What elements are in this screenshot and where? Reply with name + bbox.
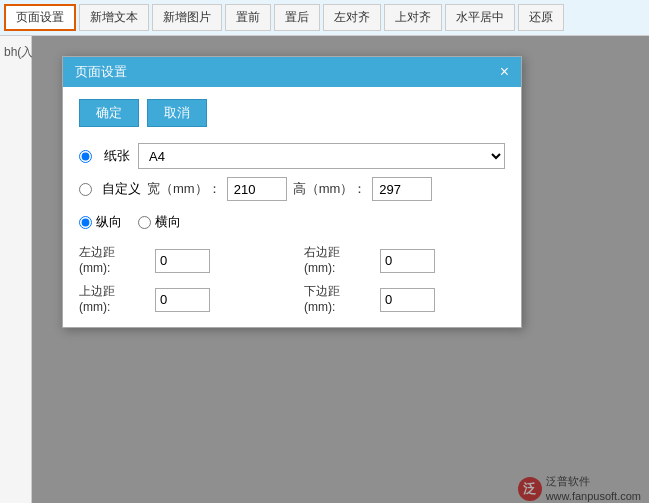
- dialog-title-bar: 页面设置 ×: [63, 57, 521, 87]
- content-area: 页面设置 × 确定 取消 纸张 A4: [32, 36, 649, 503]
- custom-size-row: 自定义 宽（mm）： 210 高（mm）： 297: [79, 177, 505, 201]
- portrait-label[interactable]: 纵向: [79, 213, 122, 231]
- toolbar-btn-3[interactable]: 置前: [225, 4, 271, 31]
- top-margin-item: 上边距(mm):: [79, 284, 280, 315]
- toolbar-btn-8[interactable]: 还原: [518, 4, 564, 31]
- portrait-radio[interactable]: [79, 216, 92, 229]
- paper-dropdown-wrapper: A4 A3 B5 Letter: [138, 143, 505, 169]
- main-area: bh(入 页面设置 × 确定 取消 纸张: [0, 36, 649, 503]
- bottom-margin-label: 下边距(mm):: [304, 284, 374, 315]
- left-margin-input[interactable]: [155, 249, 210, 273]
- left-margin-item: 左边距(mm):: [79, 245, 280, 276]
- dialog-body: 确定 取消 纸张 A4 A3 B5 Letter: [63, 87, 521, 327]
- top-margin-input[interactable]: [155, 288, 210, 312]
- paper-select[interactable]: A4 A3 B5 Letter: [138, 143, 505, 169]
- paper-radio[interactable]: [79, 150, 92, 163]
- page-settings-dialog: 页面设置 × 确定 取消 纸张 A4: [62, 56, 522, 328]
- toolbar-btn-0[interactable]: 页面设置: [4, 4, 76, 31]
- orientation-row: 纵向 横向: [79, 213, 505, 231]
- left-panel: bh(入: [0, 36, 32, 503]
- toolbar-btn-1[interactable]: 新增文本: [79, 4, 149, 31]
- width-label: 宽（mm）：: [147, 180, 221, 198]
- top-margin-label: 上边距(mm):: [79, 284, 149, 315]
- paper-radio-row: 纸张 A4 A3 B5 Letter: [79, 143, 505, 169]
- toolbar-btn-5[interactable]: 左对齐: [323, 4, 381, 31]
- toolbar-btn-7[interactable]: 水平居中: [445, 4, 515, 31]
- bottom-margin-item: 下边距(mm):: [304, 284, 505, 315]
- left-panel-text: bh(入: [4, 45, 33, 59]
- action-row: 确定 取消: [79, 99, 505, 127]
- landscape-label[interactable]: 横向: [138, 213, 181, 231]
- dialog-close-button[interactable]: ×: [500, 64, 509, 80]
- custom-label: 自定义: [102, 180, 141, 198]
- right-margin-item: 右边距(mm):: [304, 245, 505, 276]
- dialog-title-text: 页面设置: [75, 63, 127, 81]
- paper-label: 纸张: [104, 147, 130, 165]
- left-margin-label: 左边距(mm):: [79, 245, 149, 276]
- landscape-radio[interactable]: [138, 216, 151, 229]
- toolbar-btn-4[interactable]: 置后: [274, 4, 320, 31]
- margins-grid: 左边距(mm): 右边距(mm): 上边距(mm): 下边距(mm):: [79, 245, 505, 315]
- toolbar: 页面设置新增文本新增图片置前置后左对齐上对齐水平居中还原: [0, 0, 649, 36]
- right-margin-label: 右边距(mm):: [304, 245, 374, 276]
- height-input[interactable]: 297: [372, 177, 432, 201]
- right-margin-input[interactable]: [380, 249, 435, 273]
- toolbar-btn-6[interactable]: 上对齐: [384, 4, 442, 31]
- confirm-button[interactable]: 确定: [79, 99, 139, 127]
- toolbar-btn-2[interactable]: 新增图片: [152, 4, 222, 31]
- bottom-margin-input[interactable]: [380, 288, 435, 312]
- cancel-button[interactable]: 取消: [147, 99, 207, 127]
- width-input[interactable]: 210: [227, 177, 287, 201]
- paper-section: 纸张 A4 A3 B5 Letter 自定: [79, 143, 505, 201]
- custom-radio[interactable]: [79, 183, 92, 196]
- height-label: 高（mm）：: [293, 180, 367, 198]
